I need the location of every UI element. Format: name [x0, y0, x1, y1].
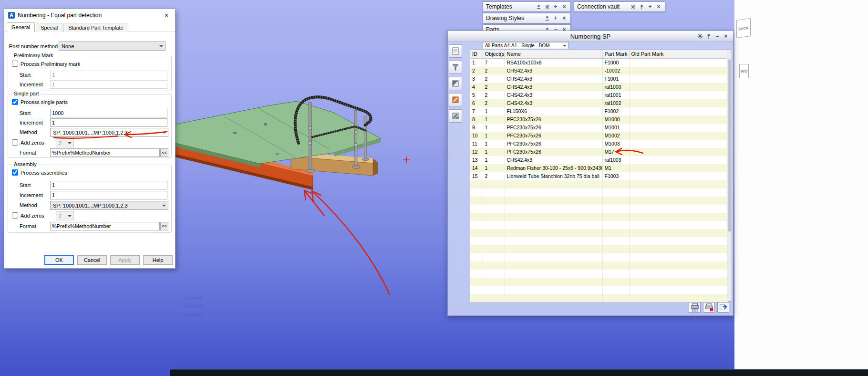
view-wo-tile[interactable]: WO	[739, 64, 749, 78]
process-single-parts-checkbox[interactable]	[12, 99, 18, 105]
process-preliminary-checkbox[interactable]	[12, 61, 18, 67]
view-back-tile[interactable]: BACK	[736, 18, 751, 38]
filter-tool-button[interactable]	[449, 61, 462, 74]
single-start-input[interactable]	[50, 109, 167, 117]
preliminary-start-input[interactable]	[50, 71, 167, 79]
table-row[interactable]	[470, 229, 728, 237]
process-assemblies-checkbox[interactable]	[12, 169, 18, 176]
cell-name	[505, 188, 602, 197]
table-row[interactable]	[470, 286, 728, 294]
add-icon[interactable]: +	[647, 3, 653, 10]
cell-old-part-mark	[629, 221, 728, 229]
tab-special[interactable]: Special	[36, 23, 62, 32]
assembly-format-input[interactable]	[50, 222, 160, 230]
assembly-format-expand-button[interactable]: <<	[160, 222, 168, 230]
tab-general[interactable]: General	[7, 22, 35, 32]
single-increment-input[interactable]	[50, 118, 167, 127]
apply-button[interactable]: Apply	[110, 255, 140, 265]
drawing-styles-panel[interactable]: Drawing Styles + ×	[483, 13, 571, 23]
table-row[interactable]: 2 2 CHS42.4x3 -10002	[470, 67, 728, 75]
assembly-start-input[interactable]	[50, 181, 167, 189]
table-row[interactable]	[470, 245, 728, 253]
gear-icon[interactable]	[630, 3, 636, 10]
assembly-add-zeros-checkbox[interactable]	[12, 212, 18, 219]
col-objects[interactable]: Object(s)	[483, 50, 505, 58]
table-row[interactable]: 15 2 Lionweld Tube Stanchion 32nb 75 dia…	[470, 172, 728, 180]
parts-report-select[interactable]: All Parts A4-A1 - Single - BOM	[483, 42, 568, 49]
table-row[interactable]	[470, 197, 728, 205]
dialog-titlebar[interactable]: A Numbering - Equal part detection ×	[4, 9, 175, 21]
col-part-mark[interactable]: Part Mark	[602, 50, 629, 58]
post-number-method-value: None	[62, 43, 74, 49]
table-row[interactable]	[470, 237, 728, 245]
taskbar[interactable]	[170, 369, 868, 376]
close-icon[interactable]: ×	[158, 9, 175, 21]
table-row[interactable]	[470, 221, 728, 229]
table-row[interactable]: 10 1 PFC230x75x26 M1002	[470, 132, 728, 140]
table-row[interactable]	[470, 270, 728, 278]
table-row[interactable]	[470, 205, 728, 213]
cancel-button[interactable]: Cancel	[77, 255, 107, 265]
table-row[interactable]: 1 7 RSA100x100x8 F1000	[470, 58, 728, 67]
table-row[interactable]	[470, 180, 728, 188]
print-report-button[interactable]: 1000	[689, 302, 701, 313]
table-row[interactable]	[470, 213, 728, 221]
report-tool-button[interactable]	[449, 44, 462, 58]
assembly-increment-input[interactable]	[50, 191, 167, 199]
ok-button[interactable]: OK	[44, 255, 74, 265]
user-icon[interactable]	[535, 3, 542, 10]
add-icon[interactable]: +	[552, 15, 559, 21]
connection-vault-panel[interactable]: Connection vault + ×	[574, 1, 665, 12]
table-row[interactable]: 14 1 Redman Fisher 30-100 - 25x5 - 900.9…	[470, 164, 728, 172]
table-row[interactable]: 13 1 CHS42.4x3 ral1003	[470, 156, 728, 164]
cell-objects: 1	[483, 115, 505, 124]
table-row[interactable]	[470, 253, 728, 261]
shading-tool-button[interactable]	[449, 77, 462, 90]
preliminary-increment-input[interactable]	[50, 80, 167, 89]
table-row[interactable]: 3 2 CHS42.4x3 F1001	[470, 75, 728, 83]
gear-icon[interactable]	[544, 3, 550, 10]
table-row[interactable]	[470, 294, 728, 302]
single-method-select[interactable]: SP: 1000,1001...;MP:1000,1,2,3	[50, 128, 168, 137]
table-row[interactable]	[470, 278, 728, 286]
numbering-sp-header[interactable]: Numbering SP − ×	[448, 31, 733, 42]
cell-name	[505, 294, 602, 302]
table-row[interactable]	[470, 188, 728, 197]
col-id[interactable]: ID	[470, 50, 483, 58]
close-icon[interactable]: ×	[655, 3, 662, 10]
user-icon[interactable]	[544, 15, 550, 21]
col-name[interactable]: Name	[505, 50, 602, 58]
export-button[interactable]	[717, 302, 729, 313]
close-icon[interactable]: ×	[561, 3, 568, 10]
table-row[interactable]: 7 1 FL150X6 F1002	[470, 107, 728, 115]
help-button[interactable]: Help	[143, 255, 173, 265]
single-add-zeros-checkbox[interactable]	[12, 139, 18, 146]
table-row[interactable]: 8 1 PFC230x75x26 M1000	[470, 115, 728, 124]
table-row[interactable]: 9 1 PFC230x75x26 M1001	[470, 124, 728, 132]
table-row[interactable]: 5 2 CHS42.4x3 ral1001	[470, 91, 728, 99]
pin-icon[interactable]	[638, 3, 645, 10]
assembly-method-select[interactable]: SP: 1000,1001...;MP:1000,1,2,3	[50, 201, 168, 210]
table-row[interactable]: 11 1 PFC230x75x26 M1003	[470, 140, 728, 148]
print-marked-button[interactable]	[703, 302, 715, 313]
cell-id	[470, 205, 483, 213]
single-format-input[interactable]	[50, 148, 160, 157]
single-format-expand-button[interactable]: <<	[160, 148, 168, 157]
assembly-add-zeros-select[interactable]: 2	[56, 211, 74, 220]
col-old-part-mark[interactable]: Old Part Mark	[629, 50, 728, 58]
scrollbar-thumb[interactable]	[728, 60, 731, 231]
table-row[interactable]: 4 2 CHS42.4x3 ral1000	[470, 83, 728, 91]
drawing-tool-button[interactable]	[449, 93, 462, 106]
tab-standard-part-template[interactable]: Standard Part Template	[63, 23, 128, 32]
single-add-zeros-select[interactable]: 2	[56, 138, 74, 147]
table-scrollbar[interactable]	[727, 50, 732, 301]
post-number-method-select[interactable]: None	[59, 42, 165, 51]
edit-settings-tool-button[interactable]	[449, 109, 462, 123]
close-icon[interactable]: ×	[561, 15, 568, 21]
templates-panel[interactable]: Templates + ×	[483, 1, 571, 12]
table-row[interactable]: 12 1 PFC230x75x26 M17	[470, 148, 728, 156]
table-row[interactable]	[470, 261, 728, 270]
table-row[interactable]: 6 2 CHS42.4x3 ral1002	[470, 99, 728, 107]
add-icon[interactable]: +	[552, 3, 559, 10]
cell-part-mark	[602, 294, 629, 302]
